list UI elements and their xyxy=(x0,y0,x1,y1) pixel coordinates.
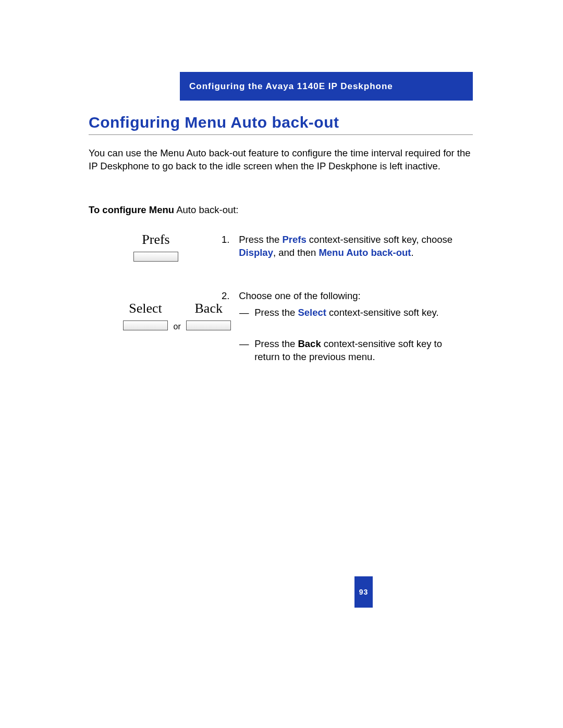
softkey-select-label: Select xyxy=(123,301,168,316)
softkey-select-button[interactable] xyxy=(123,320,168,330)
softkey-prefs-group: Prefs xyxy=(133,232,178,263)
step-2-number: 2. xyxy=(222,290,236,303)
step-2a: — Press the Select context-sensitive sof… xyxy=(239,306,463,319)
dash-icon: — xyxy=(239,338,252,351)
step-2b: — Press the Back context-sensitive soft … xyxy=(239,338,463,364)
page-number-box: 93 xyxy=(354,576,373,608)
chapter-title: Configuring the Avaya 1140E IP Deskphone xyxy=(189,81,393,92)
softkey-back-label: Back xyxy=(186,301,231,316)
page-number: 93 xyxy=(359,588,369,596)
step-2a-body: Press the Select context-sensitive soft … xyxy=(254,306,463,319)
keyword-display: Display xyxy=(239,247,273,258)
step-1-body: Press the Prefs context-sensitive soft k… xyxy=(239,233,468,260)
step-1-number: 1. xyxy=(222,233,236,246)
softkey-back-group: Back xyxy=(186,301,231,332)
softkey-prefs-button[interactable] xyxy=(133,252,178,262)
dash-icon: — xyxy=(239,306,252,319)
configure-label: To configure Menu Auto back-out: xyxy=(89,204,239,216)
step-1: 1. Press the Prefs context-sensitive sof… xyxy=(222,233,468,260)
step-2: 2. Choose one of the following: xyxy=(222,290,468,303)
or-label: or xyxy=(174,322,181,331)
softkey-select-back-group: Select or Back xyxy=(123,301,231,332)
keyword-prefs: Prefs xyxy=(282,234,306,245)
section-title: Configuring Menu Auto back-out xyxy=(89,114,473,135)
softkey-back-button[interactable] xyxy=(186,320,231,330)
keyword-menu-auto-backout: Menu Auto back-out xyxy=(319,247,411,258)
keyword-select: Select xyxy=(298,307,326,318)
configure-label-bold: To configure Menu xyxy=(89,204,174,215)
softkey-prefs-label: Prefs xyxy=(133,232,178,248)
step-2-intro: Choose one of the following: xyxy=(239,290,468,303)
step-2b-body: Press the Back context-sensitive soft ke… xyxy=(254,338,463,364)
softkey-select-group: Select xyxy=(123,301,168,332)
configure-label-rest: Auto back-out: xyxy=(174,204,238,215)
keyword-back: Back xyxy=(298,338,321,349)
intro-paragraph: You can use the Menu Auto back-out featu… xyxy=(89,147,473,173)
chapter-header: Configuring the Avaya 1140E IP Deskphone xyxy=(180,72,473,101)
